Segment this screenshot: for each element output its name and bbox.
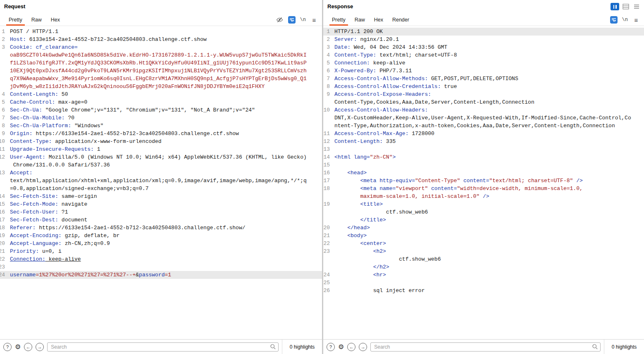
line-content: X-Powered-By: PHP/7.3.11 [334,67,644,75]
line-number: 14 [0,192,5,200]
settings-gear-icon[interactable]: ⚙ [15,344,21,350]
line-content: <title> ctf.show_web6 </title> [334,200,644,224]
previous-match-icon[interactable]: ← [24,343,32,351]
previous-match-icon[interactable]: ← [347,343,355,351]
eye-off-icon[interactable] [276,16,284,24]
line-content: POST / HTTP/1.1 [10,28,322,36]
code-line: 17 <meta http-equiv="Content-Type" conte… [323,177,644,185]
line-number: 2 [0,36,5,43]
code-line: 16Sec-Fetch-User: ?1 [0,208,322,216]
code-line: 24 <hr> [323,271,644,279]
request-search-bar: ? ⚙ ← → 0 highlights [0,339,322,354]
code-line: 16 <head> [323,169,644,177]
line-content: Access-Control-Allow-Headers: DNT,X-Cust… [334,106,644,130]
next-match-icon[interactable]: → [36,343,44,351]
line-number: 4 [0,90,5,98]
code-line: 13Accept: text/html,application/xhtml+xm… [0,169,322,192]
line-content: Priority: u=0, i [10,247,322,255]
line-content: <body> [334,232,644,240]
code-line: 8Access-Control-Allow-Credentials: true [323,83,644,90]
line-content: Server: nginx/1.20.1 [334,36,644,43]
code-line: 17Sec-Fetch-Dest: document [0,216,322,224]
line-content: Sec-Fetch-Site: same-origin [10,192,322,200]
line-number: 1 [323,28,330,36]
line-number: 15 [323,161,330,169]
line-number: 16 [0,208,5,216]
request-tabbar: PrettyRawHex \n ≡ [0,14,322,26]
code-line: 14Sec-Fetch-Site: same-origin [0,192,322,200]
line-number: 9 [0,130,5,138]
code-line: 26 sql inject error [323,287,644,295]
menu-icon[interactable]: ≡ [310,16,318,24]
soft-wrap-toggle-icon[interactable] [610,16,618,24]
code-line: 7Sec-Ch-Ua-Mobile: ?0 [0,114,322,122]
line-content: Accept-Encoding: gzip, deflate, br [10,232,322,240]
newline-toggle-icon[interactable]: \n [300,17,306,23]
line-number: 24 [323,271,330,279]
line-number: 25 [323,279,330,287]
line-content: Content-Length: 335 [334,138,644,145]
code-line: 23 <h2> ctf.show_web6 </h2> [323,247,644,271]
response-panel: Response PrettyRawHexRender \n ≡ 1HTTP/1… [323,0,644,354]
line-content: Connection: keep-alive [10,255,322,263]
line-number: 20 [323,224,330,232]
help-icon[interactable]: ? [327,343,335,351]
search-input[interactable] [370,342,601,352]
line-number: 19 [323,200,330,208]
line-number: 21 [0,247,5,255]
code-line: 19Accept-Encoding: gzip, deflate, br [0,232,322,240]
tab-render[interactable]: Render [388,14,414,26]
line-content: Content-Type: text/html; charset=UTF-8 [334,51,644,59]
tab-hex[interactable]: Hex [46,14,64,26]
code-line: 19 <title> ctf.show_web6 </title> [323,200,644,224]
line-number: 3 [0,43,5,51]
highlights-count: 0 highlights [604,340,644,354]
code-line: 1POST / HTTP/1.1 [0,28,322,36]
line-number: 11 [0,145,5,153]
menu-icon[interactable]: ≡ [632,16,640,24]
search-input[interactable] [47,342,279,352]
line-content: Cache-Control: max-age=0 [10,98,322,106]
code-line: 9Origin: https://6133e154-2ae1-4552-b712… [0,130,322,138]
tab-pretty[interactable]: Pretty [4,14,27,26]
code-line: 7Access-Control-Allow-Methods: GET,POST,… [323,75,644,83]
request-title: Request [4,3,25,10]
code-line: 4Content-Type: text/html; charset=UTF-8 [323,51,644,59]
line-content: Upgrade-Insecure-Requests: 1 [10,145,322,153]
code-line: 2Server: nginx/1.20.1 [323,36,644,43]
code-line: 18Referer: https://6133e154-2ae1-4552-b7… [0,224,322,232]
code-line: 8Sec-Ch-Ua-Platform: "Windows" [0,122,322,130]
line-content: <h2> ctf.show_web6 </h2> [334,247,644,271]
tab-hex[interactable]: Hex [370,14,388,26]
code-line: 15 [323,161,644,169]
code-line: 11Upgrade-Insecure-Requests: 1 [0,145,322,153]
code-line: 1HTTP/1.1 200 OK [323,28,644,36]
layout-icon[interactable] [622,3,630,10]
line-number: 11 [323,130,330,138]
line-number: 6 [0,106,5,114]
line-number: 8 [323,83,330,90]
tab-pretty[interactable]: Pretty [327,14,350,26]
response-editor[interactable]: 1HTTP/1.1 200 OK2Server: nginx/1.20.13Da… [323,26,644,339]
line-content: User-Agent: Mozilla/5.0 (Windows NT 10.0… [10,153,322,169]
line-number: 12 [0,153,5,161]
newline-toggle-icon[interactable]: \n [622,17,628,23]
line-content: Access-Control-Max-Age: 1728000 [334,130,644,138]
code-line: 10Content-Type: application/x-www-form-u… [0,138,322,145]
soft-wrap-toggle-icon[interactable] [288,16,296,24]
tab-raw[interactable]: Raw [350,14,370,26]
line-number: 6 [323,67,330,75]
code-line: 12Content-Length: 335 [323,138,644,145]
help-icon[interactable]: ? [3,343,12,351]
line-content: Date: Wed, 04 Dec 2024 14:33:56 GMT [334,43,644,51]
menu-icon[interactable] [632,3,641,10]
settings-gear-icon[interactable]: ⚙ [338,344,344,350]
code-line: 14<html lang="zh-CN"> [323,153,644,161]
tab-raw[interactable]: Raw [27,14,46,26]
request-editor[interactable]: 1POST / HTTP/1.12Host: 6133e154-2ae1-455… [0,26,322,339]
response-title: Response [327,3,353,10]
next-match-icon[interactable]: → [359,343,367,351]
line-content: Origin: https://6133e154-2ae1-4552-b712-… [10,130,322,138]
response-header: Response [323,0,644,14]
pause-icon[interactable] [611,3,619,10]
